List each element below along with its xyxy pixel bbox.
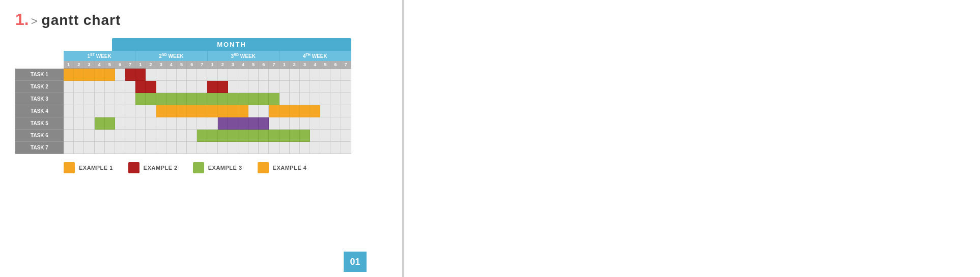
cell-t2-d10	[166, 81, 177, 93]
cell-t1-d26	[330, 69, 341, 81]
cell-t3-d3	[95, 93, 105, 105]
cell-t6-d8	[146, 130, 156, 142]
cell-t7-d2	[84, 142, 94, 154]
cell-t2-d27	[341, 81, 351, 93]
cell-t7-d15	[218, 142, 228, 154]
cell-t7-d10	[166, 142, 177, 154]
cell-t3-d9	[156, 93, 166, 105]
cell-t7-d26	[330, 142, 341, 154]
cell-t5-d0	[64, 117, 74, 130]
cell-t4-d0	[64, 105, 74, 117]
cell-t7-d21	[279, 142, 290, 154]
cell-t2-d0	[64, 81, 74, 93]
task-row-2: TASK 2	[15, 81, 351, 93]
cell-t6-d13	[197, 130, 207, 142]
legend-label-2: EXAMPLE 2	[144, 165, 178, 171]
cell-t5-d10	[166, 117, 177, 130]
cell-t6-d22	[290, 130, 300, 142]
day-header-15: 2	[218, 61, 228, 69]
cell-t1-d6	[125, 69, 135, 81]
day-header-20: 7	[269, 61, 279, 69]
cell-t3-d27	[341, 93, 351, 105]
cell-t2-d9	[156, 81, 166, 93]
task-cells-5	[64, 117, 351, 130]
cell-t3-d22	[290, 93, 300, 105]
cell-t4-d9	[156, 105, 166, 117]
month-header: MONTH	[112, 38, 351, 51]
cell-t5-d2	[84, 117, 94, 130]
cell-t4-d4	[105, 105, 115, 117]
cell-t3-d13	[197, 93, 207, 105]
cell-t7-d18	[248, 142, 259, 154]
cell-t6-d12	[187, 130, 197, 142]
cell-t5-d21	[279, 117, 290, 130]
cell-t3-d15	[218, 93, 228, 105]
task-label-7: TASK 7	[15, 142, 64, 154]
cell-t2-d11	[177, 81, 187, 93]
cell-t3-d14	[207, 93, 217, 105]
cell-t3-d25	[320, 93, 330, 105]
day-header-0: 1	[64, 61, 74, 69]
cell-t1-d9	[156, 69, 166, 81]
cell-t3-d6	[125, 93, 135, 105]
legend-color-1	[64, 162, 75, 173]
cell-t3-d18	[248, 93, 259, 105]
cell-t6-d1	[74, 130, 84, 142]
legend-color-3	[193, 162, 204, 173]
cell-t7-d20	[269, 142, 279, 154]
task-label-4: TASK 4	[15, 105, 64, 117]
cell-t5-d14	[207, 117, 217, 130]
cell-t2-d16	[228, 81, 238, 93]
cell-t5-d19	[259, 117, 269, 130]
cell-t6-d0	[64, 130, 74, 142]
cell-t7-d6	[125, 142, 135, 154]
day-header-11: 5	[177, 61, 187, 69]
cell-t7-d19	[259, 142, 269, 154]
cell-t2-d6	[125, 81, 135, 93]
task-cells-6	[64, 130, 351, 142]
cell-t3-d10	[166, 93, 177, 105]
day-header-1: 2	[74, 61, 84, 69]
cell-t7-d8	[146, 142, 156, 154]
cell-t5-d25	[320, 117, 330, 130]
cell-t7-d27	[341, 142, 351, 154]
cell-t3-d16	[228, 93, 238, 105]
cell-t2-d22	[290, 81, 300, 93]
cell-t1-d4	[105, 69, 115, 81]
legend-item-1: EXAMPLE 1	[64, 162, 113, 173]
task-row-6: TASK 6	[15, 130, 351, 142]
cell-t1-d19	[259, 69, 269, 81]
day-header-8: 2	[146, 61, 156, 69]
cell-t6-d25	[320, 130, 330, 142]
cell-t5-d6	[125, 117, 135, 130]
weeks-row: 1ST WEEK 2ND WEEK 3RD WEEK 4TH WEEK	[64, 51, 351, 61]
cell-t1-d27	[341, 69, 351, 81]
day-header-14: 1	[207, 61, 217, 69]
cell-t5-d16	[228, 117, 238, 130]
cell-t4-d7	[135, 105, 146, 117]
cell-t6-d24	[310, 130, 320, 142]
cell-t7-d16	[228, 142, 238, 154]
cell-t5-d23	[300, 117, 310, 130]
legend-item-3: EXAMPLE 3	[193, 162, 242, 173]
cell-t3-d1	[74, 93, 84, 105]
cell-t7-d3	[95, 142, 105, 154]
cell-t6-d5	[115, 130, 125, 142]
cell-t1-d8	[146, 69, 156, 81]
cell-t2-d1	[74, 81, 84, 93]
cell-t6-d18	[248, 130, 259, 142]
task-label-3: TASK 3	[15, 93, 64, 105]
task-label-6: TASK 6	[15, 130, 64, 142]
day-header-24: 4	[310, 61, 320, 69]
cell-t7-d13	[197, 142, 207, 154]
cell-t2-d8	[146, 81, 156, 93]
cell-t5-d13	[197, 117, 207, 130]
cell-t3-d20	[269, 93, 279, 105]
cell-t6-d14	[207, 130, 217, 142]
day-header-23: 3	[300, 61, 310, 69]
cell-t5-d7	[135, 117, 146, 130]
cell-t4-d23	[300, 105, 310, 117]
cell-t7-d11	[177, 142, 187, 154]
task-label-1: TASK 1	[15, 69, 64, 81]
cell-t4-d15	[218, 105, 228, 117]
